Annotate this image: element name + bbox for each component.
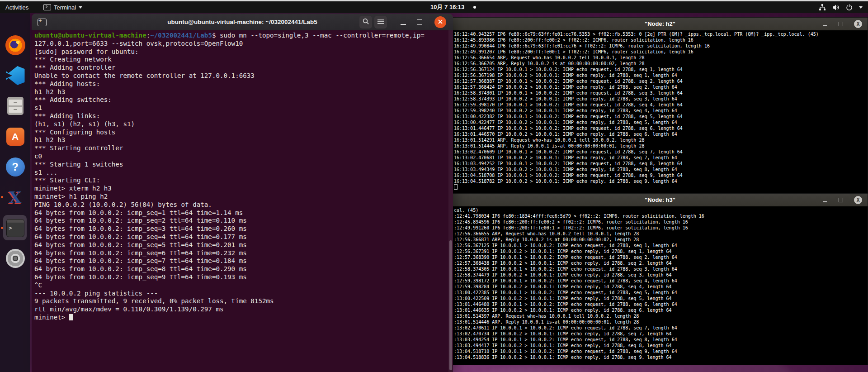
minimize-button[interactable] [397, 16, 410, 29]
app-menu-button[interactable]: Terminal [40, 1, 86, 13]
terminal-line: s1 ... [34, 169, 447, 177]
dock-item-help[interactable]: ? [0, 153, 30, 181]
dock-item-vscode[interactable] [0, 62, 30, 89]
terminal-line: 16:13:03.494252 IP 10.0.0.1 > 10.0.0.2: … [454, 161, 868, 167]
top-bar: Activities Terminal 10月 7 16:13 [0, 1, 868, 13]
minimize-icon [823, 201, 827, 202]
xterm-icon: X [5, 187, 25, 207]
dock-item-xterm[interactable]: X [0, 184, 30, 211]
minimize-button[interactable] [821, 20, 829, 28]
screen: { "top_bar": { "activities_label": "Acti… [0, 0, 868, 372]
terminal-line: *** Adding switches: [34, 96, 447, 104]
window-title: ubuntu@ubuntu-virtual-machine: ~/0320024… [32, 14, 453, 30]
terminal-app-icon [43, 4, 51, 10]
dock-item-terminal[interactable]: >_ [0, 215, 30, 242]
terminal-line: ubuntu@ubuntu-virtual-machine:~/03200244… [34, 32, 447, 40]
terminal-content-area[interactable]: ubuntu@ubuntu-virtual-machine:~/03200244… [32, 30, 453, 372]
terminal-line: *** Configuring hosts [34, 129, 447, 137]
xterm-h2-title: "Node: h2" [453, 18, 868, 30]
clock-label: 10月 7 16:13 [430, 3, 464, 11]
terminal-line: 64 bytes from 10.0.0.2: icmp_seq=6 ttl=6… [34, 249, 447, 258]
tcpdump-output-h2: 16:12:40.943257 IP6 fe80::6c79:63ff:fe01… [454, 31, 868, 193]
xterm-h3-titlebar[interactable]: "Node: h3" X [453, 194, 868, 207]
terminal-scrollbar[interactable] [448, 30, 453, 372]
terminal-line: *** Starting 1 switches [34, 161, 447, 169]
terminal-cursor [69, 314, 73, 320]
terminal-titlebar[interactable]: ubuntu@ubuntu-virtual-machine: ~/0320024… [32, 14, 453, 30]
dvd-icon [6, 249, 25, 268]
terminal-line [454, 184, 868, 191]
terminal-line: 16:13:02.470609 IP 10.0.0.1 > 10.0.0.2: … [454, 149, 868, 155]
new-tab-icon [38, 19, 47, 26]
system-tray-button[interactable] [814, 1, 867, 13]
xterm-h3-title: "Node: h3" [453, 194, 868, 206]
minimize-icon [401, 24, 406, 25]
clock-button[interactable]: 10月 7 16:13 [427, 1, 480, 13]
terminal-line: *** Creating network [34, 56, 447, 64]
window-menu-button[interactable] [374, 16, 387, 29]
power-icon [846, 4, 853, 11]
terminal-line: mininet> h1 ping h2 [34, 193, 447, 201]
terminal-line: *** Adding hosts: [34, 80, 447, 88]
terminal-line: 16:13:04.518708 IP 10.0.0.1 > 10.0.0.2: … [454, 172, 868, 178]
terminal-line: :13:04.518836 IP 10.0.0.2 > 10.0.0.1: IC… [454, 354, 868, 360]
terminal-line: --- 10.0.0.2 ping statistics --- [34, 290, 447, 298]
chevron-down-icon [79, 6, 82, 9]
terminal-line: 16:13:01.514291 ARP, Request who-has 10.… [454, 137, 868, 143]
terminal-icon: >_ [6, 219, 24, 237]
close-button[interactable]: X [854, 20, 862, 28]
terminal-line: 16:13:00.422477 IP 10.0.0.2 > 10.0.0.1: … [454, 119, 868, 125]
minimize-button[interactable] [821, 196, 829, 204]
dock-item-files[interactable] [0, 92, 30, 119]
xterm-h3-window: "Node: h3" X cal. (45):12:41.798034 IP6 … [452, 193, 868, 365]
terminal-line: cal. (45) [454, 207, 868, 213]
terminal-line: 16:12:58.374393 IP 10.0.0.2 > 10.0.0.1: … [454, 96, 868, 102]
close-icon: X [856, 197, 859, 203]
hamburger-menu-icon [377, 18, 384, 26]
terminal-line: 16:12:56.367198 IP 10.0.0.2 > 10.0.0.1: … [454, 72, 868, 78]
terminal-line: 16:12:56.367124 IP 10.0.0.1 > 10.0.0.2: … [454, 67, 868, 72]
search-button[interactable] [359, 16, 372, 29]
terminal-line: 16:12:49.991207 IP6 fe80::200:ff:fe00:1 … [454, 49, 868, 55]
terminal-line: :12:56.367125 IP 10.0.0.1 > 10.0.0.2: IC… [454, 243, 868, 248]
terminal-line: :13:01.446480 IP 10.0.0.1 > 10.0.0.2: IC… [454, 301, 868, 307]
terminal-line: 16:13:00.422382 IP 10.0.0.1 > 10.0.0.2: … [454, 114, 868, 119]
app-menu-label: Terminal [54, 4, 76, 11]
terminal-line: 9 packets transmitted, 9 received, 0% pa… [34, 297, 447, 305]
scrollbar-thumb[interactable] [449, 240, 452, 370]
terminal-line: 16:13:03.494349 IP 10.0.0.2 > 10.0.0.1: … [454, 167, 868, 172]
terminal-window: ubuntu@ubuntu-virtual-machine: ~/0320024… [32, 14, 453, 372]
terminal-line: 64 bytes from 10.0.0.2: icmp_seq=1 ttl=6… [34, 209, 447, 217]
maximize-button[interactable] [413, 16, 426, 29]
maximize-button[interactable] [837, 20, 845, 28]
running-indicator-dot [1, 227, 3, 229]
terminal-output: ubuntu@ubuntu-virtual-machine:~/03200244… [34, 32, 447, 372]
maximize-button[interactable] [837, 196, 845, 204]
dock-item-dvd[interactable] [0, 245, 30, 272]
terminal-line: (h1, s1) (h2, s1) (h3, s1) [34, 120, 447, 129]
terminal-line: mininet> [34, 314, 447, 322]
new-tab-button[interactable] [36, 16, 48, 29]
dock-item-ubuntu-software[interactable]: A [0, 123, 30, 150]
terminal-line: :12:58.374479 IP 10.0.0.2 > 10.0.0.1: IC… [454, 272, 868, 278]
xterm-h2-titlebar[interactable]: "Node: h2" X [453, 18, 868, 31]
xterm-h2-content-area[interactable]: 16:12:40.943257 IP6 fe80::6c79:63ff:fe01… [453, 30, 868, 193]
terminal-line: :13:02.470611 IP 10.0.0.1 > 10.0.0.2: IC… [454, 325, 868, 331]
close-icon [438, 18, 443, 26]
terminal-line: 64 bytes from 10.0.0.2: icmp_seq=4 ttl=6… [34, 233, 447, 241]
terminal-line: 64 bytes from 10.0.0.2: icmp_seq=2 ttl=6… [34, 217, 447, 225]
search-icon [363, 18, 369, 27]
terminal-line: :13:01.514446 ARP, Reply 10.0.0.1 is-at … [454, 319, 868, 325]
activities-button[interactable]: Activities [2, 1, 32, 13]
terminal-line: *** Adding links: [34, 112, 447, 120]
terminal-line: 64 bytes from 10.0.0.2: icmp_seq=3 ttl=6… [34, 225, 447, 233]
close-button[interactable] [434, 16, 446, 28]
terminal-line: *** Starting CLI: [34, 176, 447, 185]
terminal-line: 16:13:01.514445 ARP, Reply 10.0.0.1 is-a… [454, 143, 868, 149]
terminal-line: PING 10.0.0.2 (10.0.0.2) 56(84) bytes of… [34, 201, 447, 209]
xterm-h3-content-area[interactable]: cal. (45):12:41.798034 IP6 fe80::1834:4f… [453, 206, 868, 365]
activities-label: Activities [5, 4, 28, 11]
dock-item-firefox[interactable] [0, 32, 30, 59]
close-button[interactable]: X [854, 196, 862, 204]
terminal-line: :12:56.367391 IP 10.0.0.2 > 10.0.0.1: IC… [454, 248, 868, 254]
